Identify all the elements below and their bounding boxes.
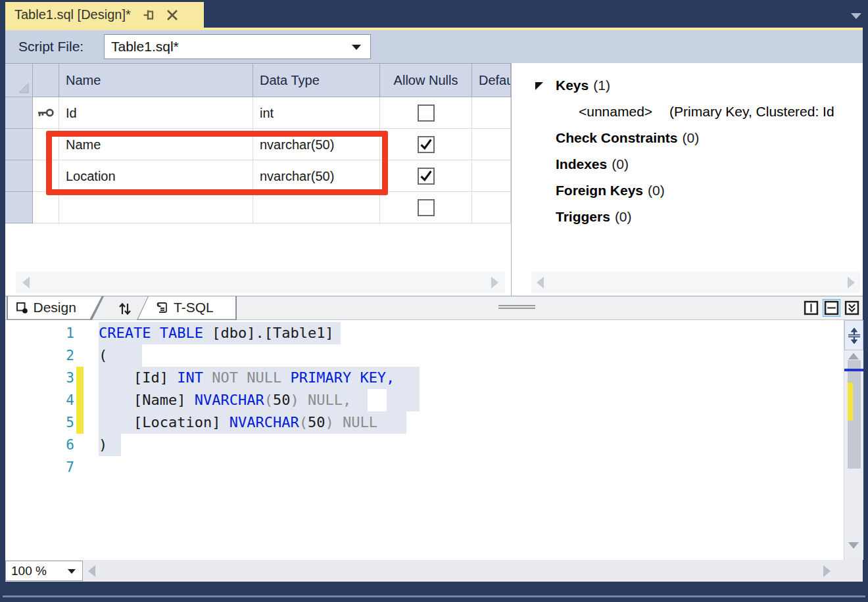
code-token: (	[264, 392, 273, 408]
grid-cell-default[interactable]	[472, 129, 511, 160]
document-tab-title: Table1.sql [Design]*	[5, 7, 131, 22]
column-header-icon[interactable]	[33, 64, 59, 97]
editor-line: 6)	[5, 434, 844, 456]
editor-line: 7	[5, 456, 844, 478]
code-token: 50	[308, 414, 326, 430]
script-file-bar: Script File: Table1.sql*	[5, 30, 863, 63]
expanded-arrow-icon[interactable]	[534, 80, 544, 91]
tab-design[interactable]: Design	[7, 296, 104, 320]
allow-nulls-checkbox[interactable]	[418, 199, 435, 216]
script-file-label: Script File:	[18, 30, 84, 63]
line-number: 1	[35, 322, 74, 344]
grid-cell-name[interactable]: Id	[59, 97, 253, 129]
grid-cell-default[interactable]	[472, 160, 511, 192]
code-token: ) NULL,	[290, 392, 351, 408]
column-header-default[interactable]: Default	[472, 64, 511, 97]
grid-cell-name[interactable]	[59, 192, 253, 223]
design-view-icon	[16, 302, 28, 314]
tab-design-label: Design	[34, 300, 76, 315]
selection-highlight	[387, 389, 420, 411]
editor-line: 3 [Id] INT NOT NULL PRIMARY KEY,	[5, 367, 844, 389]
grid-cell-data-type[interactable]: int	[253, 97, 380, 129]
allow-nulls-checkbox[interactable]	[418, 168, 435, 185]
scroll-left-icon[interactable]	[22, 277, 30, 289]
code-text: )	[99, 434, 107, 456]
row-header[interactable]	[5, 160, 33, 192]
tree-item-foreign-keys[interactable]: Foreign Keys(0)	[512, 181, 863, 200]
code-token: [Id]	[99, 369, 177, 386]
tree-item-keys[interactable]: Keys(1)	[512, 76, 863, 95]
grid-cell-allow-nulls	[380, 129, 472, 160]
grid-cell-default[interactable]	[472, 192, 511, 223]
scroll-down-icon[interactable]	[848, 542, 859, 549]
editor-vertical-scrollbar[interactable]	[844, 320, 863, 560]
collapse-pane-button[interactable]	[843, 299, 861, 317]
tree-item-check-constraints[interactable]: Check Constraints(0)	[512, 129, 863, 147]
key-item-name: <unnamed>	[579, 104, 652, 120]
chevron-down-icon[interactable]	[68, 569, 76, 574]
document-tab[interactable]: Table1.sql [Design]*	[5, 2, 204, 28]
code-token: NOT NULL	[212, 369, 290, 386]
select-all-triangle-icon	[17, 81, 30, 95]
scroll-up-icon[interactable]	[848, 353, 859, 359]
tree-item-count: (0)	[648, 183, 665, 198]
properties-horizontal-scrollbar[interactable]	[531, 272, 860, 293]
tab-tsql[interactable]: T-SQL	[137, 296, 237, 320]
highlight-annotation-rectangle	[46, 131, 388, 195]
select-all-corner[interactable]	[5, 64, 33, 97]
editor-split-handle[interactable]	[844, 320, 863, 350]
chevron-down-icon[interactable]	[352, 45, 361, 50]
scroll-right-icon[interactable]	[848, 277, 855, 289]
grid-horizontal-scrollbar[interactable]	[16, 272, 505, 293]
tree-item-primary-key[interactable]: <unnamed>(Primary Key, Clustered: Id	[512, 103, 863, 121]
line-number: 4	[35, 389, 74, 411]
swap-panes-icon[interactable]	[113, 300, 137, 318]
horizontal-split-button[interactable]	[823, 299, 840, 317]
pane-splitter-grip[interactable]	[498, 308, 535, 309]
line-number: 6	[35, 434, 74, 456]
scroll-left-icon[interactable]	[88, 565, 95, 577]
line-number: 7	[35, 456, 74, 478]
code-token: CREATE TABLE	[99, 325, 212, 341]
scroll-right-icon[interactable]	[491, 277, 498, 289]
scroll-left-icon[interactable]	[537, 277, 544, 289]
tsql-code-editor[interactable]: 1CREATE TABLE [dbo].[Table1]2(3 [Id] INT…	[5, 320, 844, 560]
row-header[interactable]	[5, 192, 33, 223]
column-header-name[interactable]: Name	[59, 64, 253, 97]
modified-lines-marker	[848, 382, 853, 421]
tree-item-label: Keys	[556, 78, 589, 93]
row-header[interactable]	[5, 97, 33, 129]
checkmark-icon	[419, 169, 433, 183]
column-header-data-type[interactable]: Data Type	[253, 64, 380, 97]
code-token: [Name]	[99, 392, 195, 408]
scroll-right-icon[interactable]	[823, 565, 831, 577]
tree-item-label: Triggers	[556, 209, 610, 225]
code-token: (	[99, 347, 107, 363]
tree-item-indexes[interactable]: Indexes(0)	[512, 155, 863, 174]
editor-line: 1CREATE TABLE [dbo].[Table1]	[5, 322, 844, 344]
editor-bottom-bar: 100 %	[5, 560, 863, 582]
allow-nulls-checkbox[interactable]	[418, 104, 435, 122]
line-number: 5	[35, 411, 74, 434]
code-token: )	[99, 436, 107, 453]
tree-item-triggers[interactable]: Triggers(0)	[512, 208, 863, 226]
zoom-combo[interactable]: 100 %	[5, 561, 83, 581]
code-token: [dbo].[Table1]	[212, 325, 333, 341]
line-number: 2	[35, 344, 74, 367]
document-list-dropdown-icon[interactable]	[851, 13, 861, 19]
code-token: [Location]	[99, 414, 229, 430]
column-header-allow-nulls[interactable]: Allow Nulls	[380, 64, 472, 97]
tsql-script-icon	[155, 301, 168, 314]
pane-splitter-grip[interactable]	[498, 305, 535, 306]
script-file-combo[interactable]: Table1.sql*	[104, 34, 371, 59]
row-header[interactable]	[5, 129, 33, 160]
grid-cell-allow-nulls	[380, 160, 472, 192]
pin-icon[interactable]	[141, 7, 158, 24]
grid-cell-data-type[interactable]	[253, 192, 380, 223]
close-icon[interactable]	[164, 7, 181, 24]
grid-cell-default[interactable]	[472, 97, 511, 129]
tree-item-count: (0)	[612, 156, 629, 172]
code-token: INT	[177, 369, 212, 386]
allow-nulls-checkbox[interactable]	[418, 136, 435, 153]
vertical-split-button[interactable]	[802, 299, 820, 317]
